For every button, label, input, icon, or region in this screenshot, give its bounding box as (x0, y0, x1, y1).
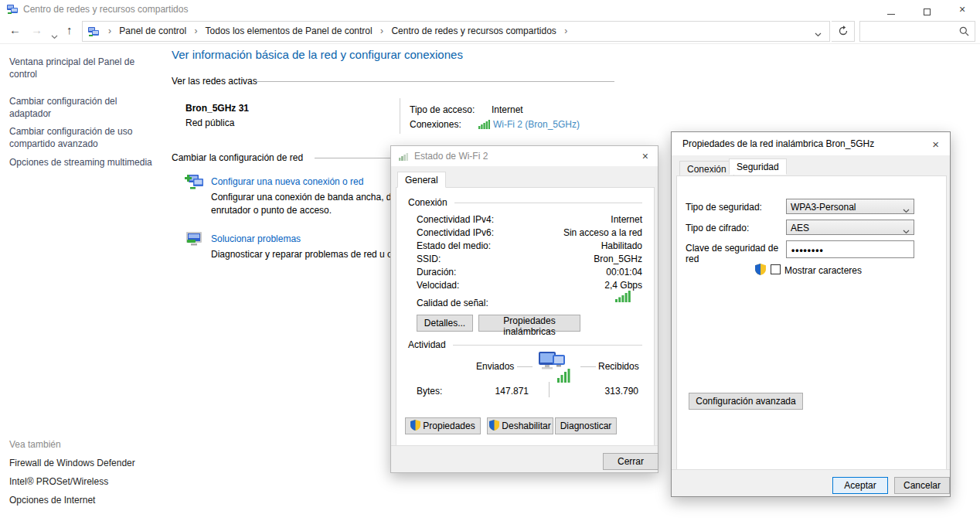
history-dropdown-icon[interactable] (51, 29, 58, 42)
address-dropdown-icon[interactable] (815, 29, 822, 39)
diagnose-button[interactable]: Diagnosticar (555, 417, 617, 434)
refresh-button[interactable] (832, 21, 855, 42)
network-key-input[interactable]: •••••••• (786, 240, 914, 258)
network-app-icon (6, 3, 19, 15)
breadcrumb-panel-de-control[interactable]: Panel de control (119, 26, 186, 36)
network-sharing-center-window: Centro de redes y recursos compartidos ×… (0, 0, 980, 521)
new-connection-icon (184, 172, 204, 191)
ipv6-label: Conectividad IPv6: (417, 227, 494, 238)
tab-general[interactable]: General (397, 172, 446, 188)
connection-link[interactable]: Wi-Fi 2 (Bron_5GHz) (493, 119, 580, 130)
refresh-icon (838, 26, 849, 36)
activity-group-label: Actividad (408, 339, 446, 350)
minimize-button[interactable] (873, 0, 909, 19)
network-info-divider (400, 98, 400, 134)
change-settings-rule (315, 158, 392, 158)
wireless-properties-button[interactable]: Propiedades inalámbricas (478, 315, 580, 332)
sidebar-item-internet-options[interactable]: Opciones de Internet (9, 495, 95, 506)
received-connector-line (580, 366, 596, 367)
chevron-down-icon (903, 205, 910, 216)
page-title: Ver información básica de la red y confi… (172, 48, 463, 61)
wifi-dialog-close-icon[interactable]: × (642, 150, 648, 162)
duration-value: 00:01:04 (515, 267, 642, 278)
ssid-value: Bron_5GHz (515, 254, 642, 264)
connections-label: Conexiones: (410, 119, 461, 130)
properties-button[interactable]: Propiedades (405, 417, 481, 434)
up-button[interactable]: ↑ (66, 23, 73, 36)
title-bar: Centro de redes y recursos compartidos × (0, 0, 980, 19)
activity-computers-icon (534, 349, 574, 388)
bytes-sent-value: 147.871 (468, 386, 529, 397)
active-networks-rule (257, 81, 614, 82)
ipv6-value: Sin acceso a la red (515, 227, 642, 238)
advanced-settings-button[interactable]: Configuración avanzada (689, 393, 803, 410)
setup-new-connection-desc-line2: enrutador o punto de acceso. (211, 205, 332, 216)
back-button[interactable]: ← (9, 23, 21, 36)
props-dialog-title: Propiedades de la red inalámbrica Bron_5… (682, 138, 874, 149)
sidebar-item-firewall[interactable]: Firewall de Windows Defender (9, 458, 135, 468)
sidebar-item-media-streaming[interactable]: Opciones de streaming multimedia (9, 156, 156, 169)
network-type: Red pública (185, 117, 234, 128)
wireless-properties-dialog: Propiedades de la red inalámbrica Bron_5… (671, 131, 951, 497)
encryption-type-value: AES (791, 223, 809, 233)
breadcrumb-separator-icon: › (380, 26, 383, 36)
change-settings-header: Cambiar la configuración de red (172, 152, 303, 163)
troubleshoot-icon (184, 230, 204, 249)
wifi-dialog-icon (399, 152, 410, 163)
show-characters-checkbox[interactable] (771, 264, 781, 274)
details-button[interactable]: Detalles... (417, 315, 473, 332)
network-key-label-line2: red (686, 254, 699, 264)
breadcrumb-todos-elementos[interactable]: Todos los elementos de Panel de control (206, 26, 373, 36)
sidebar-item-sharing-settings[interactable]: Cambiar configuración de uso compartido … (9, 125, 156, 150)
forward-button[interactable]: → (31, 23, 43, 36)
sidebar-item-main-panel[interactable]: Ventana principal del Panel de control (9, 56, 156, 80)
sidebar-item-intel-proset[interactable]: Intel® PROSet/Wireless (9, 476, 108, 487)
setup-new-connection-link[interactable]: Configurar una nueva conexión o red (211, 176, 363, 187)
close-dialog-button[interactable]: Cerrar (603, 453, 658, 470)
access-type-label: Tipo de acceso: (410, 104, 475, 115)
cancel-button[interactable]: Cancelar (894, 477, 950, 494)
sent-connector-line (517, 366, 533, 367)
security-type-dropdown[interactable]: WPA3-Personal (786, 199, 914, 214)
breadcrumb-separator-icon: › (194, 26, 197, 36)
see-also-header: Vea también (9, 439, 61, 450)
tab-conexion[interactable]: Conexión (679, 161, 734, 175)
wifi-signal-icon (478, 120, 490, 131)
disable-button-label: Deshabilitar (502, 421, 550, 431)
search-input[interactable] (863, 23, 956, 39)
uac-shield-icon (410, 422, 420, 433)
troubleshoot-desc: Diagnosticar y reparar problemas de red … (211, 249, 393, 260)
bytes-received-value: 313.790 (577, 386, 638, 397)
props-dialog-footer: Aceptar Cancelar (672, 469, 950, 496)
media-state-value: Habilitado (515, 240, 642, 251)
bytes-label: Bytes: (417, 386, 442, 397)
speed-label: Velocidad: (417, 280, 459, 291)
show-characters-label: Mostrar caracteres (784, 265, 862, 276)
troubleshoot-link[interactable]: Solucionar problemas (211, 233, 301, 244)
media-state-label: Estado del medio: (417, 240, 491, 251)
wifi-dialog-title: Estado de Wi-Fi 2 (414, 151, 488, 162)
address-bar[interactable]: › Panel de control › Todos los elementos… (82, 21, 830, 42)
breadcrumb-centro-redes[interactable]: Centro de redes y recursos compartidos (391, 26, 556, 36)
encryption-type-dropdown[interactable]: AES (786, 220, 914, 235)
network-key-label-line1: Clave de seguridad de (686, 243, 778, 254)
props-dialog-close-icon[interactable]: × (932, 138, 939, 151)
access-type-value: Internet (492, 104, 523, 115)
chevron-down-icon (903, 226, 910, 237)
disable-button[interactable]: Deshabilitar (487, 417, 553, 434)
wifi-dialog-footer: Cerrar (391, 445, 658, 472)
sidebar-item-adapter-settings[interactable]: Cambiar configuración del adaptador (9, 95, 156, 120)
accept-button[interactable]: Aceptar (832, 477, 888, 494)
security-type-label: Tipo de seguridad: (686, 202, 762, 213)
breadcrumb-separator-icon: › (108, 26, 111, 36)
tab-seguridad[interactable]: Seguridad (729, 158, 787, 175)
connection-group-line (454, 203, 642, 203)
wifi-dialog-titlebar: Estado de Wi-Fi 2 × (391, 146, 658, 166)
search-icon (959, 26, 969, 39)
bytes-divider (549, 382, 550, 397)
close-button[interactable]: × (944, 0, 980, 19)
maximize-button[interactable] (909, 0, 944, 19)
speed-value: 2,4 Gbps (515, 280, 642, 291)
props-dialog-titlebar: Propiedades de la red inalámbrica Bron_5… (672, 132, 950, 155)
search-box[interactable] (859, 21, 975, 42)
